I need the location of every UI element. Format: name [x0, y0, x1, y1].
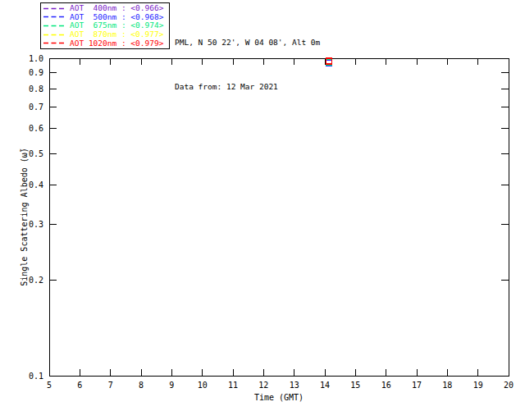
y-tick-label: 0.7	[29, 103, 43, 112]
x-tick-label: 10	[198, 381, 208, 390]
y-tick-label: 0.1	[29, 372, 43, 381]
y-tick-label: 0.3	[29, 220, 43, 229]
data-markers	[326, 58, 331, 66]
y-axis: 1.00.90.80.70.60.50.40.30.20.1	[29, 54, 509, 381]
x-tick-label: 7	[108, 381, 113, 390]
x-tick-label: 12	[258, 381, 268, 390]
x-tick-label: 11	[228, 381, 238, 390]
y-tick-label: 0.8	[29, 84, 43, 94]
x-tick-label: 16	[381, 381, 391, 390]
y-tick-label: 0.6	[29, 124, 43, 133]
x-tick-label: 17	[412, 381, 422, 390]
x-tick-label: 20	[504, 381, 514, 390]
x-tick-label: 8	[139, 381, 144, 390]
x-tick-label: 15	[350, 381, 360, 390]
y-axis-title: Single Scattering Albedo (ω̃)	[20, 148, 29, 286]
plot-border	[49, 58, 509, 376]
y-tick-label: 0.4	[29, 180, 43, 189]
x-tick-label: 18	[442, 381, 452, 390]
x-tick-label: 14	[320, 381, 330, 390]
chart-canvas: 5678910111213141516171819201.00.90.80.70…	[0, 0, 525, 420]
x-tick-label: 19	[473, 381, 483, 390]
x-tick-label: 6	[77, 381, 82, 390]
y-tick-label: 1.0	[29, 54, 43, 63]
x-tick-label: 13	[290, 381, 299, 390]
x-tick-label: 5	[47, 381, 52, 390]
x-tick-label: 9	[169, 381, 174, 390]
y-tick-label: 0.5	[29, 149, 43, 158]
x-axis: 567891011121314151617181920	[47, 58, 514, 390]
ssa-plot-window: AOT 400nm : <0.966>AOT 500nm : <0.968>AO…	[0, 0, 525, 420]
y-tick-label: 0.9	[29, 68, 43, 77]
y-tick-label: 0.2	[29, 276, 43, 285]
x-axis-title: Time (GMT)	[254, 393, 304, 402]
